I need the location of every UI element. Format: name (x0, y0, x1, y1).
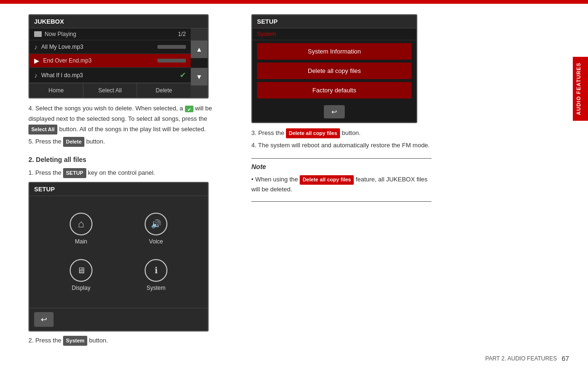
setup-icons-grid: ⌂ Main 🔊 Voice 🖥 Display ℹ System (29, 196, 208, 308)
setup-icons-bottom: ↩ (29, 308, 208, 331)
note-icon-3: ♪ (34, 72, 37, 79)
check-icon-3: ✔ (180, 71, 186, 80)
step-3-text: 3. Press the Delete all copy files butto… (251, 128, 432, 138)
factory-defaults-button[interactable]: Factory defaults (257, 82, 412, 99)
checkmark-icon: ✔ (185, 106, 193, 112)
sidebar-label: AUDIO FEATURES (576, 63, 581, 115)
left-column: JUKEBOX Now Playing 1/2 (28, 14, 237, 348)
select-all-button[interactable]: Select All (83, 83, 138, 98)
setup-icon-voice[interactable]: 🔊 Voice (119, 206, 193, 252)
jukebox-main: Now Playing 1/2 ♪ All My Love.mp3 (29, 28, 191, 98)
sidebar-tab: AUDIO FEATURES (573, 57, 588, 121)
jukebox-buttons-row: Home Select All Delete (29, 83, 191, 98)
instructions-left: 4. Select the songs you wish to delete. … (28, 103, 237, 178)
system-inline-btn: System (63, 336, 87, 346)
song-left-1: ♪ All My Love.mp3 (34, 43, 83, 51)
song-title-3: What If I do.mp3 (41, 72, 83, 79)
system-icon: ℹ (145, 259, 167, 282)
page-number: 67 (561, 355, 569, 362)
setup-inline-btn: SETUP (63, 168, 86, 178)
jukebox-with-arrows: Now Playing 1/2 ♪ All My Love.mp3 (29, 28, 208, 98)
top-bar (0, 0, 588, 4)
setup-icon-display[interactable]: 🖥 Display (44, 252, 119, 298)
song-bar-1 (157, 45, 186, 49)
main-icon: ⌂ (70, 213, 92, 235)
display-icon: 🖥 (70, 259, 92, 282)
step-4-right-text: 4. The system will reboot and automatica… (251, 140, 432, 151)
song-list: ♪ All My Love.mp3 ▶ End Over End.mp3 (29, 40, 191, 83)
setup-back-row: ↩ (252, 101, 416, 122)
note-delete-btn: Delete all copy files (300, 175, 354, 185)
now-playing-label: Now Playing (45, 31, 76, 37)
page-footer: PART 2. AUDIO FEATURES 67 (485, 355, 569, 362)
setup-icons-header: SETUP (29, 183, 208, 196)
step-2-instruction: 2. Press the System button. (28, 335, 237, 346)
scroll-arrows: ▲ ▼ (191, 28, 208, 98)
setup-system-screen: SETUP System System Information Delete a… (251, 14, 417, 123)
columns-container: JUKEBOX Now Playing 1/2 (28, 14, 569, 348)
system-label: System (147, 285, 165, 291)
step-5-text: 5. Press the Delete button. (28, 136, 237, 147)
setup-icon-system[interactable]: ℹ System (119, 252, 193, 298)
song-left-3: ♪ What If I do.mp3 (34, 72, 83, 79)
step-1-text: 1. Press the SETUP key on the control pa… (28, 168, 237, 178)
note-prefix: When using the (255, 176, 298, 183)
home-button[interactable]: Home (29, 83, 83, 98)
scroll-down-button[interactable]: ▼ (191, 68, 208, 86)
setup-system-label: System (252, 28, 416, 40)
voice-icon: 🔊 (145, 213, 167, 235)
song-title-2: End Over End.mp3 (43, 57, 92, 64)
play-icon-2: ▶ (34, 57, 39, 64)
section-title: 2. Deleting all files (28, 154, 237, 166)
step-4-text: 4. Select the songs you wish to delete. … (28, 103, 237, 135)
song-counter: 1/2 (178, 31, 186, 37)
song-title-1: All My Love.mp3 (41, 44, 83, 50)
note-title: Note (251, 162, 432, 173)
part-label: PART 2. AUDIO FEATURES (485, 355, 557, 362)
note-icon-1: ♪ (34, 43, 37, 51)
setup-back-button[interactable]: ↩ (324, 105, 345, 118)
table-row[interactable]: ♪ All My Love.mp3 (29, 40, 191, 54)
note-text: • When using the Delete all copy files f… (251, 175, 432, 195)
main-label: Main (75, 238, 87, 245)
song-bar-2 (157, 59, 186, 63)
setup-icons-back-button[interactable]: ↩ (34, 312, 54, 327)
scroll-spacer (191, 58, 208, 68)
delete-button[interactable]: Delete (137, 83, 191, 98)
delete-all-copy-button[interactable]: Delete all copy files (257, 63, 412, 79)
setup-header: SETUP (252, 15, 416, 28)
display-label: Display (72, 285, 90, 291)
table-row[interactable]: ♪ What If I do.mp3 ✔ (29, 68, 191, 83)
table-row[interactable]: ▶ End Over End.mp3 (29, 54, 191, 68)
step-2-text: 2. Press the System button. (28, 335, 237, 346)
main-content: JUKEBOX Now Playing 1/2 (28, 9, 569, 348)
scroll-up-button[interactable]: ▲ (191, 40, 208, 58)
note-section: Note • When using the Delete all copy fi… (251, 158, 432, 201)
jukebox-screen: JUKEBOX Now Playing 1/2 (28, 14, 209, 99)
right-column: SETUP System System Information Delete a… (251, 14, 432, 348)
select-all-inline-btn: Select All (28, 125, 57, 135)
delete-copy-inline-btn: Delete all copy files (286, 128, 340, 138)
now-playing-left: Now Playing (34, 31, 76, 37)
system-information-button[interactable]: System Information (257, 43, 412, 60)
jukebox-now-playing-row: Now Playing 1/2 (29, 28, 191, 40)
song-left-2: ▶ End Over End.mp3 (34, 57, 92, 64)
voice-label: Voice (149, 238, 163, 245)
instructions-right: 3. Press the Delete all copy files butto… (251, 128, 432, 202)
setup-icons-screen: SETUP ⌂ Main 🔊 Voice 🖥 Display (28, 182, 209, 332)
folder-icon (34, 31, 42, 37)
setup-icon-main[interactable]: ⌂ Main (44, 206, 119, 252)
delete-inline-btn: Delete (63, 137, 84, 147)
jukebox-header: JUKEBOX (29, 15, 208, 28)
